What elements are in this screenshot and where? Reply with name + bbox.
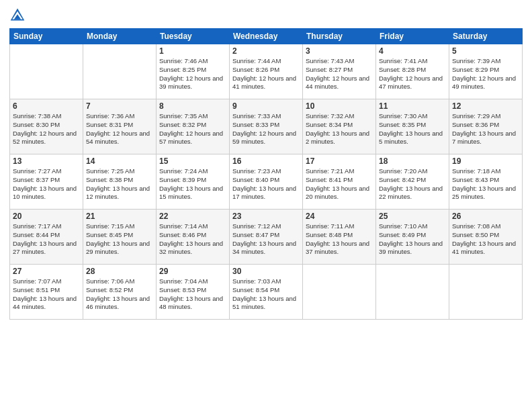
day-number: 2 bbox=[232, 46, 300, 56]
day-cell: 25Sunrise: 7:10 AMSunset: 8:49 PMDayligh… bbox=[376, 210, 449, 265]
day-cell: 5Sunrise: 7:39 AMSunset: 8:29 PMDaylight… bbox=[449, 44, 523, 99]
week-row-1: 1Sunrise: 7:46 AMSunset: 8:25 PMDaylight… bbox=[10, 44, 523, 99]
day-cell: 4Sunrise: 7:41 AMSunset: 8:28 PMDaylight… bbox=[376, 44, 449, 99]
day-info: Sunrise: 7:06 AMSunset: 8:52 PMDaylight:… bbox=[86, 277, 153, 312]
day-number: 10 bbox=[306, 101, 373, 111]
day-info: Sunrise: 7:14 AMSunset: 8:46 PMDaylight:… bbox=[159, 222, 226, 257]
day-cell: 23Sunrise: 7:12 AMSunset: 8:47 PMDayligh… bbox=[230, 210, 303, 265]
weekday-sunday: Sunday bbox=[10, 29, 83, 44]
day-number: 13 bbox=[13, 156, 80, 166]
week-row-5: 27Sunrise: 7:07 AMSunset: 8:51 PMDayligh… bbox=[10, 265, 523, 320]
day-number: 21 bbox=[86, 212, 153, 221]
day-cell: 10Sunrise: 7:32 AMSunset: 8:34 PMDayligh… bbox=[303, 99, 376, 154]
day-cell bbox=[83, 44, 157, 99]
day-number: 6 bbox=[13, 101, 80, 111]
day-info: Sunrise: 7:25 AMSunset: 8:38 PMDaylight:… bbox=[86, 167, 153, 201]
day-cell: 28Sunrise: 7:06 AMSunset: 8:52 PMDayligh… bbox=[83, 265, 157, 320]
day-info: Sunrise: 7:17 AMSunset: 8:44 PMDaylight:… bbox=[13, 222, 80, 257]
day-number: 12 bbox=[452, 101, 519, 111]
week-row-4: 20Sunrise: 7:17 AMSunset: 8:44 PMDayligh… bbox=[10, 210, 523, 265]
day-cell: 16Sunrise: 7:23 AMSunset: 8:40 PMDayligh… bbox=[230, 154, 303, 210]
day-info: Sunrise: 7:12 AMSunset: 8:47 PMDaylight:… bbox=[232, 222, 300, 257]
day-info: Sunrise: 7:30 AMSunset: 8:35 PMDaylight:… bbox=[379, 112, 446, 146]
day-info: Sunrise: 7:15 AMSunset: 8:45 PMDaylight:… bbox=[86, 222, 153, 257]
day-info: Sunrise: 7:38 AMSunset: 8:30 PMDaylight:… bbox=[13, 112, 80, 146]
day-info: Sunrise: 7:36 AMSunset: 8:31 PMDaylight:… bbox=[86, 112, 153, 146]
day-cell: 24Sunrise: 7:11 AMSunset: 8:48 PMDayligh… bbox=[303, 210, 376, 265]
day-cell: 22Sunrise: 7:14 AMSunset: 8:46 PMDayligh… bbox=[157, 210, 230, 265]
day-cell: 8Sunrise: 7:35 AMSunset: 8:32 PMDaylight… bbox=[157, 99, 230, 154]
weekday-tuesday: Tuesday bbox=[157, 29, 230, 44]
day-number: 23 bbox=[232, 212, 300, 221]
day-number: 25 bbox=[379, 212, 446, 221]
day-cell: 30Sunrise: 7:03 AMSunset: 8:54 PMDayligh… bbox=[230, 265, 303, 320]
day-info: Sunrise: 7:46 AMSunset: 8:25 PMDaylight:… bbox=[159, 57, 226, 91]
day-info: Sunrise: 7:11 AMSunset: 8:48 PMDaylight:… bbox=[306, 222, 373, 257]
day-cell: 18Sunrise: 7:20 AMSunset: 8:42 PMDayligh… bbox=[376, 154, 449, 210]
day-number: 3 bbox=[306, 46, 373, 56]
day-info: Sunrise: 7:23 AMSunset: 8:40 PMDaylight:… bbox=[232, 167, 300, 201]
day-info: Sunrise: 7:29 AMSunset: 8:36 PMDaylight:… bbox=[452, 112, 519, 146]
day-cell: 7Sunrise: 7:36 AMSunset: 8:31 PMDaylight… bbox=[83, 99, 157, 154]
day-cell bbox=[449, 265, 523, 320]
day-number: 5 bbox=[452, 46, 519, 56]
day-cell: 13Sunrise: 7:27 AMSunset: 8:37 PMDayligh… bbox=[10, 154, 83, 210]
day-cell: 15Sunrise: 7:24 AMSunset: 8:39 PMDayligh… bbox=[157, 154, 230, 210]
day-number: 28 bbox=[86, 267, 153, 276]
day-number: 30 bbox=[232, 267, 300, 276]
weekday-saturday: Saturday bbox=[449, 29, 523, 44]
day-number: 22 bbox=[159, 212, 226, 221]
day-info: Sunrise: 7:20 AMSunset: 8:42 PMDaylight:… bbox=[379, 167, 446, 201]
day-info: Sunrise: 7:07 AMSunset: 8:51 PMDaylight:… bbox=[13, 277, 80, 312]
day-cell: 20Sunrise: 7:17 AMSunset: 8:44 PMDayligh… bbox=[10, 210, 83, 265]
day-cell: 14Sunrise: 7:25 AMSunset: 8:38 PMDayligh… bbox=[83, 154, 157, 210]
day-cell: 1Sunrise: 7:46 AMSunset: 8:25 PMDaylight… bbox=[157, 44, 230, 99]
day-cell: 19Sunrise: 7:18 AMSunset: 8:43 PMDayligh… bbox=[449, 154, 523, 210]
day-cell: 9Sunrise: 7:33 AMSunset: 8:33 PMDaylight… bbox=[230, 99, 303, 154]
day-cell: 26Sunrise: 7:08 AMSunset: 8:50 PMDayligh… bbox=[449, 210, 523, 265]
weekday-header-row: SundayMondayTuesdayWednesdayThursdayFrid… bbox=[10, 29, 523, 44]
weekday-wednesday: Wednesday bbox=[230, 29, 303, 44]
logo-icon bbox=[9, 7, 26, 23]
day-info: Sunrise: 7:18 AMSunset: 8:43 PMDaylight:… bbox=[452, 167, 519, 201]
day-cell: 27Sunrise: 7:07 AMSunset: 8:51 PMDayligh… bbox=[10, 265, 83, 320]
page: SundayMondayTuesdayWednesdayThursdayFrid… bbox=[0, 0, 532, 411]
weekday-monday: Monday bbox=[83, 29, 157, 44]
weekday-friday: Friday bbox=[376, 29, 449, 44]
day-info: Sunrise: 7:39 AMSunset: 8:29 PMDaylight:… bbox=[452, 57, 519, 91]
day-cell: 6Sunrise: 7:38 AMSunset: 8:30 PMDaylight… bbox=[10, 99, 83, 154]
day-info: Sunrise: 7:43 AMSunset: 8:27 PMDaylight:… bbox=[306, 57, 373, 91]
week-row-3: 13Sunrise: 7:27 AMSunset: 8:37 PMDayligh… bbox=[10, 154, 523, 210]
day-info: Sunrise: 7:44 AMSunset: 8:26 PMDaylight:… bbox=[232, 57, 300, 91]
day-number: 17 bbox=[306, 156, 373, 166]
day-number: 26 bbox=[452, 212, 519, 221]
day-cell bbox=[376, 265, 449, 320]
day-info: Sunrise: 7:27 AMSunset: 8:37 PMDaylight:… bbox=[13, 167, 80, 201]
day-cell: 3Sunrise: 7:43 AMSunset: 8:27 PMDaylight… bbox=[303, 44, 376, 99]
day-info: Sunrise: 7:35 AMSunset: 8:32 PMDaylight:… bbox=[159, 112, 226, 146]
day-info: Sunrise: 7:24 AMSunset: 8:39 PMDaylight:… bbox=[159, 167, 226, 201]
day-cell: 21Sunrise: 7:15 AMSunset: 8:45 PMDayligh… bbox=[83, 210, 157, 265]
day-number: 18 bbox=[379, 156, 446, 166]
day-number: 14 bbox=[86, 156, 153, 166]
day-info: Sunrise: 7:41 AMSunset: 8:28 PMDaylight:… bbox=[379, 57, 446, 91]
day-info: Sunrise: 7:04 AMSunset: 8:53 PMDaylight:… bbox=[159, 277, 226, 312]
day-number: 8 bbox=[159, 101, 226, 111]
day-cell: 12Sunrise: 7:29 AMSunset: 8:36 PMDayligh… bbox=[449, 99, 523, 154]
day-cell: 17Sunrise: 7:21 AMSunset: 8:41 PMDayligh… bbox=[303, 154, 376, 210]
day-info: Sunrise: 7:21 AMSunset: 8:41 PMDaylight:… bbox=[306, 167, 373, 201]
day-cell: 2Sunrise: 7:44 AMSunset: 8:26 PMDaylight… bbox=[230, 44, 303, 99]
day-number: 20 bbox=[13, 212, 80, 221]
weekday-thursday: Thursday bbox=[303, 29, 376, 44]
day-info: Sunrise: 7:03 AMSunset: 8:54 PMDaylight:… bbox=[232, 277, 300, 312]
day-number: 29 bbox=[159, 267, 226, 276]
day-cell bbox=[10, 44, 83, 99]
day-info: Sunrise: 7:10 AMSunset: 8:49 PMDaylight:… bbox=[379, 222, 446, 257]
week-row-2: 6Sunrise: 7:38 AMSunset: 8:30 PMDaylight… bbox=[10, 99, 523, 154]
day-number: 24 bbox=[306, 212, 373, 221]
day-number: 9 bbox=[232, 101, 300, 111]
day-number: 15 bbox=[159, 156, 226, 166]
calendar-table: SundayMondayTuesdayWednesdayThursdayFrid… bbox=[9, 28, 523, 320]
day-number: 7 bbox=[86, 101, 153, 111]
day-cell: 11Sunrise: 7:30 AMSunset: 8:35 PMDayligh… bbox=[376, 99, 449, 154]
